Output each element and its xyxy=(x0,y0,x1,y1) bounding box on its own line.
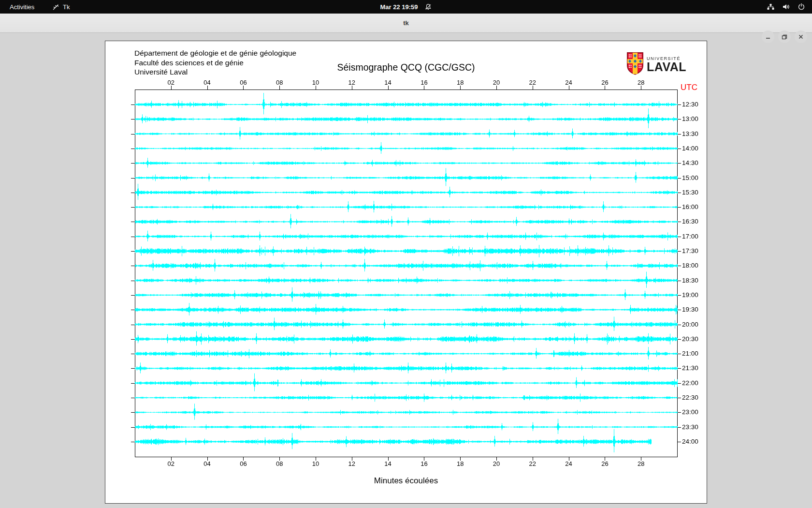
time-label: 12:30 xyxy=(682,101,698,108)
seismogram-canvas xyxy=(105,41,708,504)
utc-label: UTC xyxy=(681,83,697,92)
laval-shield-icon xyxy=(626,52,644,77)
x-tick-label-top: 12 xyxy=(345,79,359,86)
focused-app-menu[interactable]: Tk xyxy=(52,3,70,11)
x-tick-label-top: 20 xyxy=(489,79,504,86)
x-tick-label-bottom: 06 xyxy=(236,460,250,467)
time-label: 19:00 xyxy=(682,291,698,299)
time-label: 22:00 xyxy=(682,379,698,387)
close-button[interactable] xyxy=(795,30,807,43)
x-tick-label-top: 22 xyxy=(525,79,540,86)
window-title: tk xyxy=(0,14,812,33)
x-tick-label-bottom: 22 xyxy=(525,460,540,467)
x-tick-label-top: 26 xyxy=(597,79,612,86)
time-label: 15:30 xyxy=(682,189,698,196)
time-label: 21:30 xyxy=(682,364,698,372)
header-line-1: Département de géologie et de génie géol… xyxy=(134,48,296,58)
time-label: 23:30 xyxy=(682,423,698,431)
x-tick-label-bottom: 24 xyxy=(562,460,576,467)
clock[interactable]: Mar 22 19:59 xyxy=(380,3,418,11)
x-tick-label-top: 08 xyxy=(272,79,287,86)
time-label: 22:30 xyxy=(682,394,698,401)
time-label: 16:30 xyxy=(682,218,698,225)
x-tick-label-bottom: 16 xyxy=(417,460,431,467)
time-label: 24:00 xyxy=(682,438,698,445)
time-label: 17:00 xyxy=(682,233,698,240)
x-tick-label-bottom: 28 xyxy=(634,460,648,467)
time-label: 14:30 xyxy=(682,159,698,166)
x-tick-label-top: 10 xyxy=(308,79,323,86)
time-label: 23:00 xyxy=(682,408,698,416)
logo-laval-text: LAVAL xyxy=(647,61,686,73)
x-tick-label-bottom: 18 xyxy=(453,460,467,467)
time-label: 15:00 xyxy=(682,174,698,181)
volume-icon[interactable] xyxy=(782,3,790,11)
universite-laval-logo: UNIVERSITÉ LAVAL xyxy=(626,52,686,77)
x-tick-label-bottom: 20 xyxy=(489,460,504,467)
gnome-top-bar: Activities Tk Mar 22 19:59 xyxy=(0,0,812,14)
network-wired-icon[interactable] xyxy=(767,3,775,11)
x-tick-label-top: 16 xyxy=(417,79,431,86)
tk-window: Département de géologie et de génie géol… xyxy=(105,41,707,504)
window-titlebar: tk xyxy=(0,14,812,33)
x-tick-label-bottom: 02 xyxy=(164,460,178,467)
time-label: 13:00 xyxy=(682,115,698,122)
minimize-button[interactable] xyxy=(762,30,774,43)
x-tick-label-bottom: 14 xyxy=(381,460,395,467)
focused-app-name: Tk xyxy=(63,3,70,11)
x-tick-label-top: 06 xyxy=(236,79,250,86)
x-tick-label-bottom: 04 xyxy=(200,460,215,467)
x-tick-label-bottom: 12 xyxy=(345,460,359,467)
x-tick-label-top: 04 xyxy=(200,79,215,86)
time-label: 18:30 xyxy=(682,277,698,284)
x-tick-label-bottom: 26 xyxy=(597,460,612,467)
x-tick-label-top: 28 xyxy=(634,79,648,86)
time-label: 20:30 xyxy=(682,335,698,343)
x-tick-label-bottom: 08 xyxy=(272,460,287,467)
time-label: 16:00 xyxy=(682,203,698,210)
maximize-button[interactable] xyxy=(778,30,791,43)
activities-button[interactable]: Activities xyxy=(10,3,34,11)
time-label: 21:00 xyxy=(682,350,698,357)
time-label: 13:30 xyxy=(682,130,698,137)
x-tick-label-top: 18 xyxy=(453,79,467,86)
chart-title: Séismographe QCQ (CGC/GSC) xyxy=(135,62,677,73)
x-axis-title: Minutes écoulées xyxy=(135,476,677,486)
time-label: 19:30 xyxy=(682,306,698,313)
x-tick-label-top: 24 xyxy=(562,79,576,86)
x-tick-label-top: 02 xyxy=(164,79,178,86)
time-label: 14:00 xyxy=(682,145,698,152)
notifications-muted-icon[interactable] xyxy=(425,3,432,11)
tk-app-icon xyxy=(52,3,59,11)
x-tick-label-top: 14 xyxy=(381,79,395,86)
time-label: 17:30 xyxy=(682,247,698,254)
x-tick-label-bottom: 10 xyxy=(308,460,323,467)
time-label: 18:00 xyxy=(682,262,698,269)
time-label: 20:00 xyxy=(682,321,698,328)
power-icon[interactable] xyxy=(798,3,805,11)
